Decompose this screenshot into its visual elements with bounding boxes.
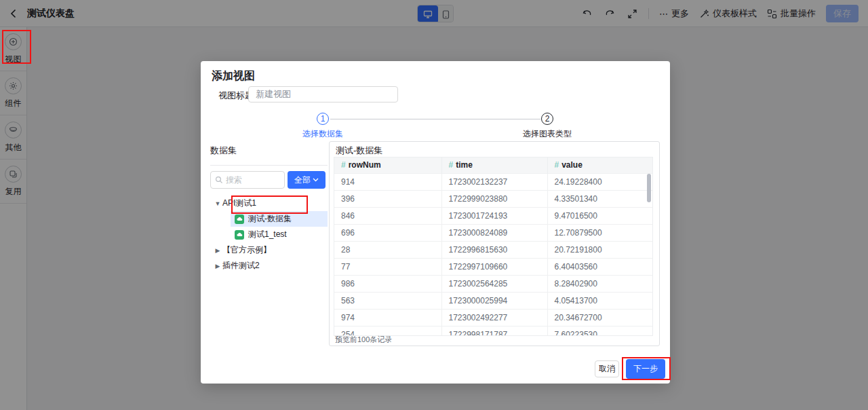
panel-divider <box>210 165 328 166</box>
dataset-icon <box>235 215 244 224</box>
dataset-tree: ▼ API测试1 测试-数据集 测试1_test ▶ 【官方示例】 ▶ <box>210 195 328 274</box>
dataset-icon <box>235 230 244 240</box>
table-scrollbar[interactable] <box>647 174 651 202</box>
preview-footer-note: 预览前100条记录 <box>335 335 392 345</box>
tree-node-official-examples[interactable]: ▶ 【官方示例】 <box>210 242 328 258</box>
column-header-rownum[interactable]: #rowNum <box>334 157 441 173</box>
step-1-label: 选择数据集 <box>282 128 363 140</box>
table-row: 39617229990238804.33501340 <box>334 190 653 207</box>
step-1-circle: 1 <box>317 113 329 125</box>
dialog-title: 添加视图 <box>212 69 255 83</box>
cancel-button[interactable]: 取消 <box>595 360 619 377</box>
tree-node-label: 插件测试2 <box>222 260 260 272</box>
chevron-down-icon <box>313 178 319 182</box>
column-header-time[interactable]: #time <box>441 157 547 173</box>
caret-down-icon[interactable]: ▼ <box>213 200 222 207</box>
table-row: 56317230000259944.05413700 <box>334 292 653 309</box>
preview-table-wrapper: #rowNum #time #value 914172300213223724.… <box>334 157 653 336</box>
tree-node-plugin-test2[interactable]: ▶ 插件测试2 <box>210 258 328 274</box>
table-row: 914172300213223724.19228400 <box>334 173 653 190</box>
step-2-circle: 2 <box>541 113 553 125</box>
table-header-row: #rowNum #time #value <box>334 157 653 173</box>
table-row: 7717229971096606.40403560 <box>334 258 653 275</box>
table-row: 84617230017241939.47016500 <box>334 207 653 224</box>
tree-node-label: 测试1_test <box>248 229 287 240</box>
add-view-dialog: 添加视图 视图标题 1 2 选择数据集 选择图表类型 数据集 全部 <box>201 61 670 384</box>
tree-node-label: 【官方示例】 <box>222 244 271 256</box>
filter-all-label: 全部 <box>294 174 311 186</box>
caret-right-icon[interactable]: ▶ <box>213 247 222 254</box>
table-row: 696172300082408912.70879500 <box>334 224 653 241</box>
table-row: 28172299681563020.72191800 <box>334 241 653 258</box>
next-step-button[interactable]: 下一步 <box>626 359 665 379</box>
column-header-value[interactable]: #value <box>547 157 653 173</box>
table-row: 98617230025642858.28402900 <box>334 275 653 292</box>
numeric-field-icon: # <box>449 160 454 170</box>
table-row: 974172300249227720.34672700 <box>334 309 653 326</box>
caret-right-icon[interactable]: ▶ <box>213 263 222 269</box>
numeric-field-icon: # <box>555 160 559 170</box>
dataset-search-box[interactable] <box>210 171 285 189</box>
search-icon <box>215 176 223 184</box>
dataset-filter-all-button[interactable]: 全部 <box>288 171 326 189</box>
data-preview-panel: 测试-数据集 #rowNum #time #value 914172300213… <box>329 141 660 346</box>
preview-table: #rowNum #time #value 914172300213223724.… <box>334 157 653 336</box>
tree-node-label: 测试-数据集 <box>248 213 292 225</box>
tree-node-api-test1[interactable]: ▼ API测试1 <box>210 195 328 211</box>
numeric-field-icon: # <box>341 160 346 170</box>
tree-node-test-dataset[interactable]: 测试-数据集 <box>231 211 328 227</box>
tree-node-label: API测试1 <box>222 198 256 209</box>
preview-dataset-title: 测试-数据集 <box>336 145 382 157</box>
dataset-search-input[interactable] <box>226 175 280 185</box>
step-2-label: 选择图表类型 <box>507 128 588 140</box>
dataset-panel-title: 数据集 <box>210 145 328 157</box>
view-title-input[interactable] <box>248 86 398 102</box>
stepper-line <box>330 119 540 119</box>
dataset-panel: 数据集 全部 ▼ API测试1 <box>210 145 328 274</box>
tree-node-test1-test[interactable]: 测试1_test <box>210 227 328 242</box>
